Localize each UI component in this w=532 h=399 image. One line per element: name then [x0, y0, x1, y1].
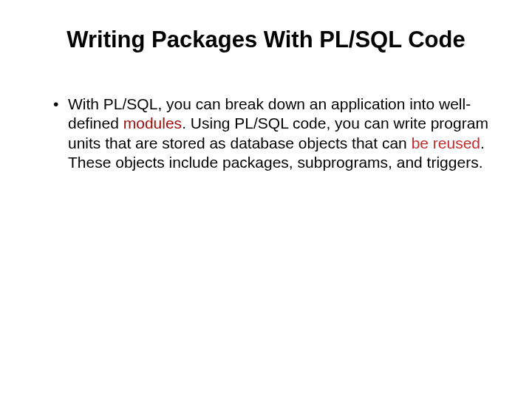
emphasis-modules: modules: [123, 115, 182, 132]
emphasis-reused: be reused: [412, 134, 480, 151]
slide: Writing Packages With PL/SQL Code With P…: [0, 0, 532, 399]
slide-title: Writing Packages With PL/SQL Code: [35, 27, 497, 53]
bullet-item: With PL/SQL, you can break down an appli…: [53, 95, 497, 172]
bullet-list: With PL/SQL, you can break down an appli…: [35, 95, 497, 172]
